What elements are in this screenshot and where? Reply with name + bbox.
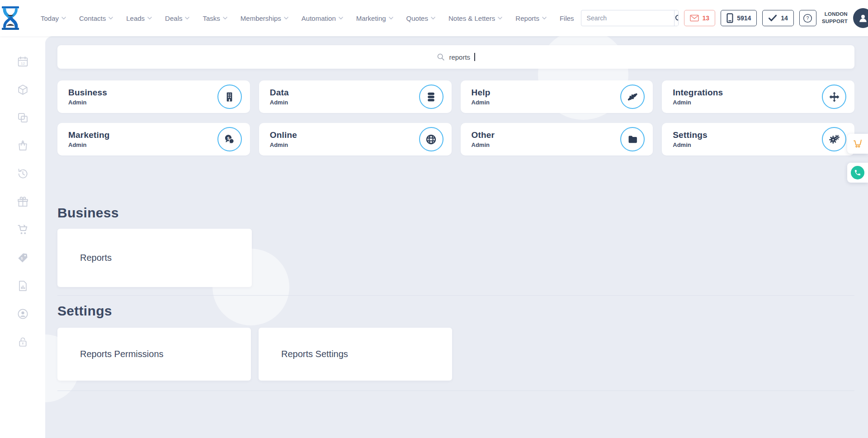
result-card-reports[interactable]: Reports — [57, 229, 252, 287]
admin-card-other[interactable]: Other Admin — [461, 123, 653, 155]
card-subtitle: Admin — [270, 99, 289, 106]
menu-item-today[interactable]: Today — [34, 10, 73, 27]
card-subtitle: Admin — [68, 99, 107, 106]
admin-card-business[interactable]: Business Admin — [57, 80, 250, 113]
menu-item-leads[interactable]: Leads — [120, 10, 159, 27]
card-icon-circle — [822, 85, 846, 109]
card-icon-circle — [217, 85, 242, 109]
card-subtitle: Admin — [673, 141, 708, 148]
database-icon — [425, 91, 437, 103]
lock-icon — [17, 336, 29, 348]
gift-icon — [17, 196, 29, 208]
sidebar-item-pricing[interactable]: $ — [14, 249, 32, 267]
chevron-down-icon — [61, 17, 66, 19]
shopping-bag-icon — [17, 140, 29, 152]
main-menu: Today Contacts Leads Deals Tasks Members… — [34, 10, 581, 27]
card-icon-circle — [419, 85, 443, 109]
mobile-phone-icon — [726, 13, 733, 23]
menu-item-memberships[interactable]: Memberships — [234, 10, 295, 27]
app-logo[interactable] — [0, 0, 21, 36]
chevron-down-icon — [223, 17, 227, 19]
calls-badge[interactable]: 5914 — [721, 10, 757, 26]
phone-icon — [854, 169, 861, 176]
card-subtitle: Admin — [68, 141, 110, 148]
global-search-button[interactable] — [674, 10, 679, 26]
card-title: Settings — [673, 130, 708, 140]
messages-badge[interactable]: 13 — [684, 10, 716, 26]
admin-card-marketing[interactable]: Marketing Admin $ — [57, 123, 250, 155]
chevron-down-icon — [108, 17, 113, 19]
cart-rail-button[interactable] — [847, 134, 868, 154]
question-circle-icon: ? — [803, 14, 812, 23]
card-icon-circle: $ — [217, 127, 242, 151]
menu-item-tasks[interactable]: Tasks — [196, 10, 234, 27]
sidebar-item-duplicate[interactable] — [14, 108, 32, 127]
menu-label: Leads — [126, 14, 145, 22]
menu-item-automation[interactable]: Automation — [295, 10, 350, 27]
admin-card-integrations[interactable]: Integrations Admin — [662, 80, 854, 113]
card-title: Marketing — [68, 130, 110, 140]
dollar-glyph: $ — [21, 256, 23, 260]
move-arrows-icon — [829, 91, 840, 103]
globe-icon — [425, 134, 437, 145]
calendar-icon: 12 — [17, 56, 29, 68]
phone-rail-button[interactable] — [847, 163, 868, 183]
menu-item-marketing[interactable]: Marketing — [350, 10, 400, 27]
menu-item-notes-letters[interactable]: Notes & Letters — [442, 10, 509, 27]
settings-results-row: Reports Permissions Reports Settings — [57, 328, 854, 381]
menu-label: Reports — [515, 14, 539, 22]
sidebar-item-calendar[interactable]: 12 — [14, 52, 32, 71]
chevron-down-icon — [147, 17, 152, 19]
card-title: Integrations — [673, 88, 723, 98]
sidebar-item-orders[interactable] — [14, 137, 32, 155]
user-avatar[interactable] — [853, 8, 868, 28]
sidebar-item-history[interactable] — [14, 165, 32, 183]
folder-icon — [627, 134, 638, 145]
chevron-down-icon — [431, 17, 435, 19]
admin-card-help[interactable]: Help Admin — [461, 80, 653, 113]
admin-search-bar[interactable]: reports — [57, 45, 854, 69]
svg-text:?: ? — [807, 15, 809, 21]
help-button[interactable]: ? — [799, 10, 816, 26]
sidebar-item-rewards[interactable] — [14, 193, 32, 211]
comments-dollar-icon: $ — [224, 134, 235, 145]
search-icon — [437, 53, 445, 61]
sidebar-item-cart[interactable] — [14, 221, 32, 239]
sidebar-item-security[interactable] — [14, 333, 32, 351]
messages-count: 13 — [703, 14, 710, 22]
menu-item-quotes[interactable]: Quotes — [400, 10, 442, 27]
search-icon — [675, 14, 679, 23]
admin-card-settings[interactable]: Settings Admin — [662, 123, 854, 155]
card-title: Help — [472, 88, 491, 98]
menu-item-reports[interactable]: Reports — [509, 10, 553, 27]
card-title: Business — [68, 88, 107, 98]
menu-item-files[interactable]: Files — [553, 10, 581, 27]
tasks-badge[interactable]: 14 — [762, 10, 794, 26]
menu-item-contacts[interactable]: Contacts — [73, 10, 120, 27]
admin-card-online[interactable]: Online Admin — [259, 123, 452, 155]
phone-bubble — [851, 166, 864, 179]
result-card-reports-permissions[interactable]: Reports Permissions — [57, 328, 251, 381]
menu-item-deals[interactable]: Deals — [159, 10, 196, 27]
handshake-icon — [627, 91, 638, 103]
sidebar-item-account[interactable] — [14, 305, 32, 323]
menu-label: Memberships — [241, 14, 281, 22]
checkmark-icon — [768, 14, 777, 22]
menu-label: Marketing — [356, 14, 386, 22]
sidebar-item-products[interactable] — [14, 80, 32, 99]
shopping-cart-icon — [852, 138, 863, 150]
user-circle-icon — [17, 308, 29, 320]
card-title: Online — [270, 130, 297, 140]
admin-card-data[interactable]: Data Admin — [259, 80, 452, 113]
card-icon-circle — [620, 85, 645, 109]
user-name-line1: LONDON — [822, 11, 848, 18]
global-search-input[interactable] — [581, 14, 674, 22]
chevron-down-icon — [542, 17, 547, 19]
tasks-count: 14 — [781, 14, 788, 22]
card-icon-circle — [822, 127, 846, 151]
card-subtitle: Admin — [472, 99, 491, 106]
chevron-down-icon — [389, 17, 393, 19]
result-card-reports-settings[interactable]: Reports Settings — [259, 328, 452, 381]
gears-icon — [828, 133, 840, 145]
sidebar-item-reports[interactable] — [14, 277, 32, 295]
